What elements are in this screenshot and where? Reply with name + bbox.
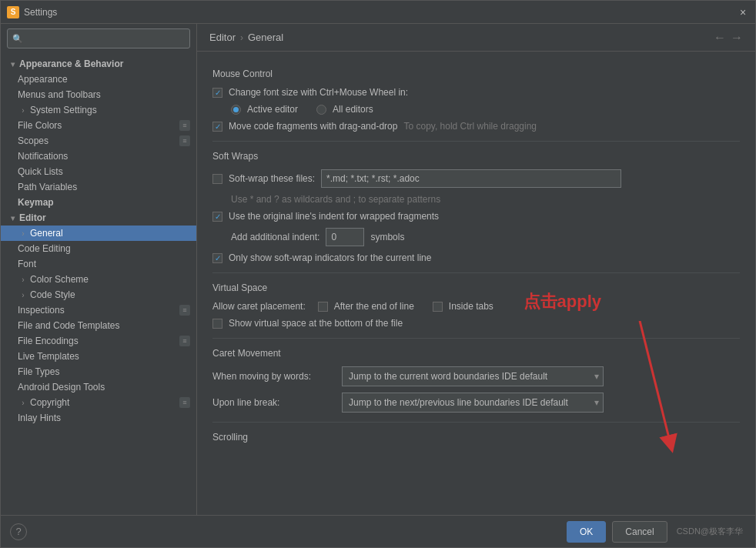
only-show-checkbox[interactable] [212, 253, 222, 263]
sidebar-item-code-editing[interactable]: Code Editing [1, 241, 196, 256]
active-editor-label: Active editor [247, 104, 298, 115]
use-original-label: Use the original line's indent for wrapp… [229, 211, 439, 222]
sidebar-item-menus-toolbars[interactable]: Menus and Toolbars [1, 87, 196, 102]
only-show-row: Only show soft-wrap indicators for the c… [212, 252, 740, 263]
soft-wraps-title: Soft Wraps [212, 151, 740, 162]
add-indent-row: Add additional indent: symbols [212, 228, 740, 246]
copyright-badge: ≡ [179, 397, 190, 408]
ok-button[interactable]: OK [567, 521, 606, 543]
sidebar-item-color-scheme[interactable]: › Color Scheme [1, 272, 196, 287]
scopes-badge: ≡ [179, 135, 190, 146]
sidebar-item-general[interactable]: › General [1, 226, 196, 241]
all-editors-radio[interactable] [316, 105, 326, 115]
breadcrumb-bar: Editor › General ← → [197, 24, 755, 52]
sidebar-item-file-types[interactable]: File Types [1, 364, 196, 379]
file-encodings-badge: ≡ [179, 336, 190, 346]
wildcard-hint: Use * and ? as wildcards and ; to separa… [231, 194, 440, 205]
sidebar-item-copyright[interactable]: › Copyright ≡ [1, 395, 196, 410]
allow-caret-label: Allow caret placement: [212, 301, 306, 312]
wildcard-hint-row: Use * and ? as wildcards and ; to separa… [212, 194, 740, 205]
copyright-arrow: › [18, 397, 28, 408]
virtual-space-title: Virtual Space [212, 282, 740, 293]
sidebar-item-code-style[interactable]: › Code Style [1, 287, 196, 302]
divider-2 [212, 272, 740, 273]
move-code-row: Move code fragments with drag-and-drop T… [212, 121, 740, 132]
sidebar-item-quick-lists[interactable]: Quick Lists [1, 164, 196, 179]
sidebar-item-keymap[interactable]: Keymap [1, 195, 196, 210]
when-moving-dropdown-wrap: Jump to the current word boundaries IDE … [342, 366, 604, 386]
breadcrumb-parent: Editor [209, 32, 236, 43]
sidebar-item-inspections[interactable]: Inspections ≡ [1, 302, 196, 318]
scrolling-title: Scrolling [212, 432, 740, 443]
file-colors-badge: ≡ [179, 120, 190, 131]
sidebar-item-android-design-tools[interactable]: Android Design Tools [1, 379, 196, 395]
titlebar: S Settings × [1, 1, 755, 24]
active-editor-row: Active editor All editors [212, 104, 740, 115]
sidebar-item-file-colors[interactable]: File Colors ≡ [1, 118, 196, 133]
after-end-checkbox[interactable] [318, 302, 328, 312]
search-input[interactable] [26, 33, 185, 44]
inside-tabs-label: Inside tabs [449, 301, 493, 312]
general-arrow: › [18, 228, 28, 239]
cancel-button[interactable]: Cancel [612, 521, 667, 543]
sidebar-item-live-templates[interactable]: Live Templates [1, 349, 196, 364]
overlay-container: Mouse Control Change font size with Ctrl… [197, 52, 755, 515]
watermark-text: CSDN@极客李华 [677, 526, 743, 537]
show-virtual-checkbox[interactable] [212, 319, 222, 329]
sidebar-item-editor[interactable]: ▾ Editor [1, 210, 196, 226]
when-moving-label: When moving by words: [212, 371, 336, 382]
add-indent-input[interactable] [326, 228, 364, 246]
breadcrumb-current: General [248, 32, 283, 43]
expand-arrow: ▾ [7, 58, 18, 69]
sidebar-item-system-settings[interactable]: › System Settings [1, 102, 196, 118]
soft-wrap-checkbox[interactable] [212, 174, 222, 184]
symbols-label: symbols [370, 232, 404, 242]
search-icon: 🔍 [12, 34, 23, 44]
allow-caret-row: Allow caret placement: After the end of … [212, 301, 740, 312]
inside-tabs-checkbox[interactable] [433, 302, 443, 312]
sidebar-item-file-encodings[interactable]: File Encodings ≡ [1, 333, 196, 349]
dialog-title: Settings [24, 7, 737, 18]
soft-wrap-row: Soft-wrap these files: [212, 169, 740, 188]
sidebar-item-font[interactable]: Font [1, 256, 196, 272]
show-virtual-row: Show virtual space at the bottom of the … [212, 318, 740, 329]
nav-forward-arrow[interactable]: → [731, 31, 743, 45]
soft-wrap-input[interactable] [321, 169, 621, 188]
sidebar-item-notifications[interactable]: Notifications [1, 149, 196, 164]
caret-movement-title: Caret Movement [212, 348, 740, 359]
settings-content: Mouse Control Change font size with Ctrl… [197, 52, 755, 515]
close-button[interactable]: × [737, 6, 749, 18]
nav-back-arrow[interactable]: ← [714, 31, 726, 45]
sidebar-item-file-code-templates[interactable]: File and Code Templates [1, 318, 196, 333]
editor-arrow: ▾ [7, 212, 18, 223]
move-code-label: Move code fragments with drag-and-drop [229, 121, 397, 132]
only-show-label: Only show soft-wrap indicators for the c… [229, 252, 431, 263]
when-moving-dropdown[interactable]: Jump to the current word boundaries IDE … [342, 366, 604, 386]
mouse-control-title: Mouse Control [212, 68, 740, 79]
use-original-checkbox[interactable] [212, 212, 222, 222]
change-font-row: Change font size with Ctrl+Mouse Wheel i… [212, 87, 740, 98]
sidebar-item-appearance-behavior[interactable]: ▾ Appearance & Behavior [1, 56, 196, 72]
app-icon: S [7, 6, 19, 18]
main-panel: Editor › General ← → Mouse Control Chang… [197, 24, 755, 515]
change-font-checkbox[interactable] [212, 88, 222, 98]
change-font-label: Change font size with Ctrl+Mouse Wheel i… [229, 87, 408, 98]
move-code-checkbox[interactable] [212, 122, 222, 132]
show-virtual-label: Show virtual space at the bottom of the … [229, 318, 403, 329]
sidebar-item-appearance[interactable]: Appearance [1, 72, 196, 87]
divider-3 [212, 338, 740, 339]
content-area: 🔍 ▾ Appearance & Behavior Appearance Men… [1, 24, 755, 515]
sidebar-item-inlay-hints[interactable]: Inlay Hints [1, 410, 196, 426]
upon-line-row: Upon line break: Jump to the next/previo… [212, 393, 740, 413]
sidebar-item-path-variables[interactable]: Path Variables [1, 179, 196, 195]
search-box[interactable]: 🔍 [7, 28, 190, 48]
code-style-arrow: › [18, 289, 28, 300]
use-original-row: Use the original line's indent for wrapp… [212, 211, 740, 222]
sidebar-item-scopes[interactable]: Scopes ≡ [1, 133, 196, 149]
active-editor-radio[interactable] [231, 105, 241, 115]
when-moving-row: When moving by words: Jump to the curren… [212, 366, 740, 386]
divider-1 [212, 141, 740, 142]
after-end-label: After the end of line [334, 301, 414, 312]
help-button[interactable]: ? [10, 523, 27, 540]
upon-line-dropdown[interactable]: Jump to the next/previous line boundarie… [342, 393, 604, 413]
